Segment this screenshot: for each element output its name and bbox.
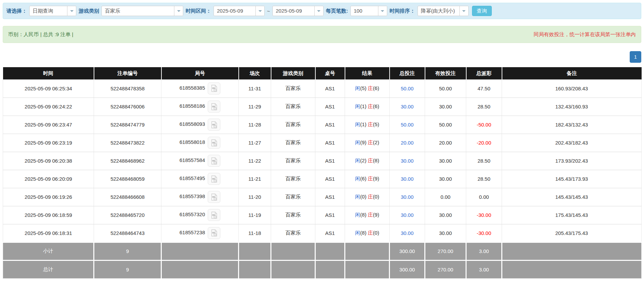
date-from-toggle-button[interactable]	[255, 6, 264, 16]
video-record-icon	[210, 157, 218, 165]
total-bet-link[interactable]: 50.00	[401, 122, 414, 128]
pagination-top: 1	[3, 51, 641, 63]
result-banker-label: 庄	[368, 139, 373, 145]
chevron-down-icon	[317, 10, 320, 12]
result-banker-label: 庄	[368, 194, 373, 199]
game-category-value: 百家乐	[102, 6, 174, 16]
chevron-down-icon	[381, 10, 384, 12]
total-bet-link[interactable]: 20.00	[401, 140, 414, 146]
video-playback-button[interactable]	[208, 119, 220, 131]
cell-session: 11-20	[239, 188, 271, 206]
video-playback-button[interactable]	[208, 173, 220, 185]
column-header-7: 总投注	[390, 67, 425, 79]
page-1-button[interactable]: 1	[630, 51, 641, 63]
video-playback-button[interactable]	[208, 191, 220, 203]
video-playback-button[interactable]	[208, 83, 220, 94]
result-banker-label: 庄	[368, 158, 373, 163]
total-bet-link[interactable]: 30.00	[401, 104, 414, 109]
column-header-0: 时间	[3, 67, 94, 79]
cell-table-number: AS1	[315, 188, 345, 206]
result-player-score: (1)	[360, 121, 368, 127]
cell-session: 11-28	[239, 116, 271, 134]
column-header-8: 有效投注	[425, 67, 466, 79]
table-row: 2025-05-09 06:19:26522488466608618557398…	[3, 188, 642, 206]
video-playback-button[interactable]	[208, 137, 220, 149]
round-number-text: 618558186	[179, 103, 205, 109]
time-sort-dropdown[interactable]: 降幂(由大到小)	[418, 6, 469, 16]
summary-table-empty	[315, 260, 345, 278]
video-record-icon	[210, 211, 218, 219]
cell-valid-bet: 0.00	[425, 188, 466, 206]
video-record-icon	[210, 193, 218, 201]
cell-payout: 0.00	[466, 188, 502, 206]
cell-result: 闲(5) 庄(6)	[345, 79, 390, 98]
summary-session-empty	[239, 260, 271, 278]
total-bet-link[interactable]: 30.00	[401, 176, 414, 182]
query-button[interactable]: 查询	[472, 6, 492, 16]
game-category-toggle-button[interactable]	[174, 6, 183, 16]
cell-game-category: 百家乐	[271, 98, 315, 116]
time-sort-toggle-button[interactable]	[459, 6, 468, 16]
cell-session: 11-22	[239, 152, 271, 170]
cell-time: 2025-05-09 06:18:31	[3, 224, 94, 242]
cell-time: 2025-05-09 06:25:34	[3, 79, 94, 98]
summary-count: 9	[94, 242, 161, 260]
select-type-label: 请选择：	[6, 8, 27, 14]
cell-result: 闲(1) 庄(5)	[345, 116, 390, 134]
cell-bet-number: 522488466608	[94, 188, 161, 206]
page-size-dropdown[interactable]: 100	[350, 6, 387, 16]
result-banker-score: (6)	[373, 85, 379, 91]
select-type-toggle-button[interactable]	[67, 6, 76, 16]
result-banker-score: (0)	[373, 194, 379, 199]
date-to-dropdown[interactable]: 2025-05-09	[272, 6, 324, 16]
total-bet-link[interactable]: 50.00	[401, 86, 414, 91]
table-row: 2025-05-09 06:20:38522488468962618557584…	[3, 152, 642, 170]
result-player-score: (8)	[360, 230, 368, 236]
summary-row: 小计9300.00270.003.00	[3, 242, 642, 260]
result-player-score: (0)	[360, 194, 368, 199]
game-category-dropdown[interactable]: 百家乐	[101, 6, 183, 16]
video-playback-button[interactable]	[208, 155, 220, 167]
cell-payout: -30.00	[466, 206, 502, 224]
round-number-text: 618557238	[179, 229, 205, 235]
result-banker-label: 庄	[368, 212, 373, 218]
summary-table-empty	[315, 242, 345, 260]
cell-valid-bet: 30.00	[425, 206, 466, 224]
cell-session: 11-18	[239, 224, 271, 242]
round-number-text: 618558385	[179, 85, 205, 91]
total-bet-link[interactable]: 30.00	[401, 158, 414, 164]
video-record-icon	[210, 121, 218, 129]
cell-valid-bet: 30.00	[425, 224, 466, 242]
total-bet-link[interactable]: 30.00	[401, 194, 414, 200]
result-player-label: 闲	[355, 194, 360, 199]
video-record-icon	[210, 103, 218, 111]
cell-remark: 145.43/173.93	[502, 170, 642, 188]
cell-time: 2025-05-09 06:20:09	[3, 170, 94, 188]
summary-game-empty	[271, 242, 315, 260]
video-playback-button[interactable]	[208, 209, 220, 221]
summary-result-empty	[345, 242, 390, 260]
select-type-dropdown[interactable]: 日期查询	[29, 6, 76, 16]
date-from-dropdown[interactable]: 2025-05-09	[214, 6, 265, 16]
cell-result: 闲(9) 庄(2)	[345, 134, 390, 152]
filter-toolbar: 请选择： 日期查询 游戏类别 百家乐 时间区间： 2025-05-09 ~ 20…	[3, 3, 641, 19]
cell-result: 闲(1) 庄(6)	[345, 98, 390, 116]
total-bet-link[interactable]: 30.00	[401, 212, 414, 218]
video-playback-button[interactable]	[208, 227, 220, 239]
result-player-label: 闲	[355, 212, 360, 218]
cell-valid-bet: 50.00	[425, 116, 466, 134]
result-player-label: 闲	[355, 139, 360, 145]
page-size-toggle-button[interactable]	[378, 6, 387, 16]
summary-result-empty	[345, 260, 390, 278]
cell-table-number: AS1	[315, 79, 345, 98]
column-header-5: 桌号	[315, 67, 345, 79]
round-number-text: 618558018	[179, 139, 205, 145]
video-record-icon	[210, 229, 218, 237]
date-to-toggle-button[interactable]	[314, 6, 323, 16]
result-banker-score: (0)	[373, 230, 379, 236]
cell-payout: -50.00	[466, 116, 502, 134]
page-size-value: 100	[351, 6, 378, 16]
video-playback-button[interactable]	[208, 101, 220, 113]
total-bet-link[interactable]: 30.00	[401, 230, 414, 236]
cell-valid-bet: 50.00	[425, 79, 466, 98]
